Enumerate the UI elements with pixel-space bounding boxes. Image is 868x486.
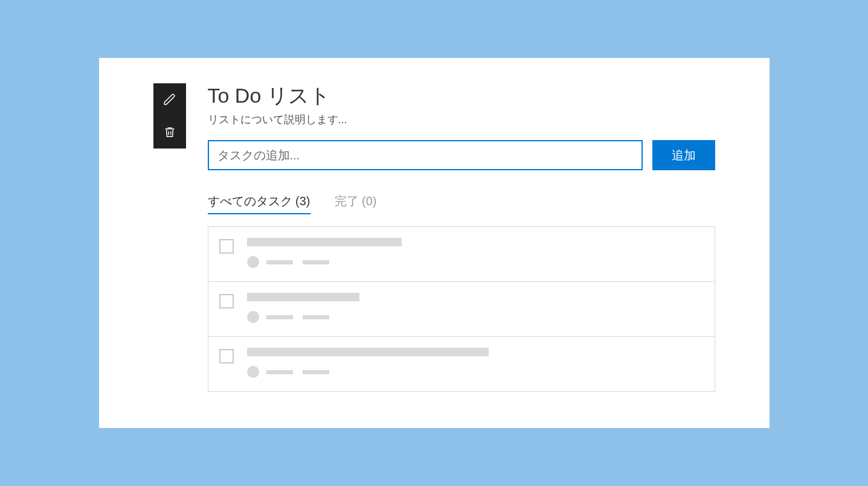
meta-line (303, 370, 329, 374)
tab-all-tasks[interactable]: すべてのタスク (3) (208, 193, 310, 214)
trash-icon (163, 126, 176, 139)
meta-line (266, 260, 293, 264)
content-area: To Do リスト リストについて説明します... 追加 すべてのタスク (3)… (208, 83, 715, 392)
tabs: すべてのタスク (3) 完了 (0) (208, 193, 715, 214)
task-title-placeholder (247, 348, 489, 356)
task-row[interactable] (208, 281, 715, 336)
avatar-placeholder (247, 311, 259, 323)
avatar-placeholder (247, 366, 259, 378)
edit-button[interactable] (153, 83, 186, 116)
pencil-icon (163, 93, 176, 106)
task-list (208, 226, 715, 392)
tab-done-label: 完了 (335, 194, 359, 208)
action-bar (153, 83, 186, 149)
tab-done-count: 0 (366, 194, 373, 208)
task-checkbox[interactable] (219, 239, 234, 254)
task-row[interactable] (208, 336, 715, 391)
task-meta-placeholder (247, 366, 704, 378)
delete-button[interactable] (153, 116, 186, 149)
task-body (247, 348, 704, 378)
page-title: To Do リスト (208, 83, 715, 108)
add-button[interactable]: 追加 (652, 140, 715, 170)
task-body (247, 238, 704, 268)
task-row[interactable] (208, 227, 715, 281)
meta-line (303, 260, 329, 264)
task-meta-placeholder (247, 311, 704, 323)
tab-all-label: すべてのタスク (208, 194, 292, 208)
task-checkbox[interactable] (219, 349, 234, 363)
task-title-placeholder (247, 293, 359, 301)
task-checkbox[interactable] (219, 294, 234, 309)
task-title-placeholder (247, 238, 402, 246)
add-task-row: 追加 (208, 140, 715, 170)
meta-line (266, 315, 293, 319)
meta-line (303, 315, 329, 319)
meta-line (266, 370, 293, 374)
page-subtitle: リストについて説明します... (208, 112, 715, 127)
task-body (247, 293, 704, 323)
todo-card: To Do リスト リストについて説明します... 追加 すべてのタスク (3)… (99, 58, 770, 429)
avatar-placeholder (247, 256, 259, 268)
task-meta-placeholder (247, 256, 704, 268)
tab-completed[interactable]: 完了 (0) (335, 193, 377, 214)
tab-all-count: 3 (300, 194, 306, 208)
task-input[interactable] (208, 140, 643, 170)
